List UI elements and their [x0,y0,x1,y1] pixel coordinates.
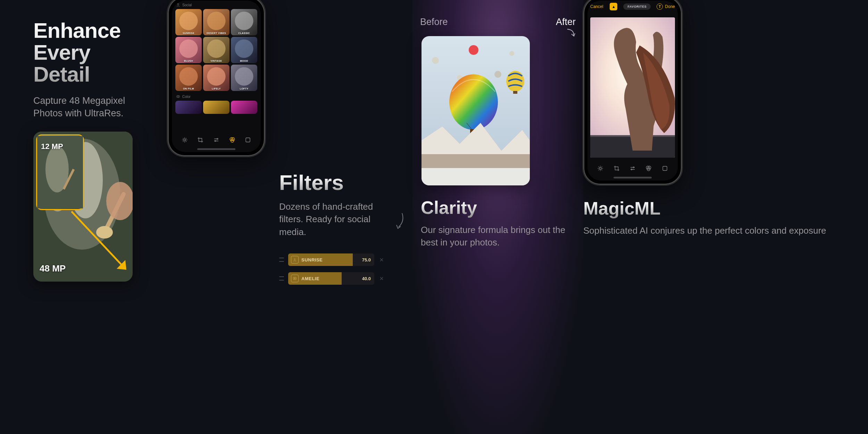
tab-frame-icon[interactable] [661,165,669,172]
phone-screen: Social SUNRISE DESERT VIBES CLASSIC BLUS… [172,1,261,152]
svg-point-16 [207,67,225,86]
tab-crop-icon[interactable] [613,165,620,172]
filter-label: ON FILM [175,87,202,90]
tab-exposure-icon[interactable] [596,165,604,172]
filter-grid-social: SUNRISE DESERT VIBES CLASSIC BLUSH VINTA… [172,8,261,92]
filter-sunrise[interactable]: SUNRISE [175,9,202,35]
done-button[interactable]: Done [665,4,675,9]
app-logo-icon[interactable]: ▲ [610,3,617,10]
remove-slider-button[interactable]: × [378,275,385,283]
svg-point-27 [294,259,295,260]
hero-subtitle: Capture 48 Megapixel Photos with UltraRe… [33,94,156,120]
editor-image [590,17,675,158]
slider-name: SUNRISE [301,257,323,262]
svg-point-46 [631,169,632,170]
tab-crop-icon[interactable] [197,136,204,144]
filter-blush[interactable]: BLUSH [175,37,202,63]
filter-label: MOOD [231,60,257,62]
filter-grid-color [172,99,261,114]
balloon-scene [422,36,530,185]
filter-label: BLUSH [175,60,202,62]
svg-rect-37 [513,91,517,94]
filter-label: CLASSIC [231,32,257,34]
filter-on-film[interactable]: ON FILM [175,65,202,91]
tool-tabs [172,134,261,146]
after-label: After [556,17,576,27]
svg-rect-26 [246,138,250,142]
slider-sunrise[interactable]: SUNRISE 75.0 [288,253,374,266]
thumb-image [203,37,229,63]
portrait-image [590,17,675,158]
tab-adjust-icon[interactable] [629,165,636,172]
drag-handle-icon[interactable] [279,258,284,262]
slider-row-sunrise: SUNRISE 75.0 × [279,253,385,266]
svg-point-35 [509,51,514,56]
thumb-image [203,9,229,35]
filter-color-3[interactable] [231,101,257,114]
slider-value: 75.0 [362,257,371,262]
svg-point-38 [449,74,498,130]
filter-lifely[interactable]: LIFELY [203,65,229,91]
editor-topbar: Cancel ▲ FAVORITES T Done [590,3,675,10]
filter-classic[interactable]: CLASSIC [231,9,257,35]
text-tool-icon[interactable]: T [657,3,663,10]
phone-screen: Cancel ▲ FAVORITES T Done [587,1,678,181]
svg-point-12 [179,40,198,58]
label-12mp: 12 MP [41,142,63,151]
cancel-button[interactable]: Cancel [590,4,603,9]
before-after-labels: Before After [420,17,576,27]
tool-tabs [587,162,678,174]
label-48mp: 48 MP [40,263,66,274]
tab-exposure-icon[interactable] [181,136,189,144]
panel-enhance: Enhance Every Detail Capture 48 Megapixe… [0,0,156,434]
slider-amelie[interactable]: AMELIE 40.0 [288,272,374,285]
clarity-text: Clarity Our signature formula brings out… [421,197,573,249]
thumb-image [203,65,229,91]
svg-marker-29 [294,278,295,279]
thumb-image [231,65,257,91]
svg-point-31 [432,57,439,64]
tab-filters-icon[interactable] [645,165,652,172]
tab-filters-icon[interactable] [228,136,236,144]
svg-point-10 [207,12,225,30]
svg-point-32 [469,45,478,55]
svg-rect-50 [663,166,667,170]
clarity-title: Clarity [421,197,573,218]
filter-desert-vibes[interactable]: DESERT VIBES [203,9,229,35]
filters-title: Filters [279,170,385,195]
tab-frame-icon[interactable] [244,136,252,144]
thumb-image [175,9,202,35]
phone-mockup-editor: Cancel ▲ FAVORITES T Done [583,0,682,185]
filter-vintage[interactable]: VINTAGE [203,37,229,63]
phone-mockup-filters: Social SUNRISE DESERT VIBES CLASSIC BLUS… [168,0,265,156]
magicml-title: MagicML [583,198,854,219]
filter-thumb-icon [291,256,299,264]
panel-filters-text: Filters Dozens of hand-crafted filters. … [277,0,412,434]
drag-handle-icon[interactable] [279,276,284,281]
before-label: Before [420,17,448,27]
svg-point-15 [179,67,198,86]
filter-mood[interactable]: MOOD [231,37,257,63]
section-label: Color [182,95,191,99]
filters-subtitle: Dozens of hand-crafted filters. Ready fo… [279,200,385,238]
filter-label: SUNRISE [175,32,202,34]
svg-point-13 [207,40,225,58]
filter-lofty[interactable]: LOFTY [231,65,257,91]
curved-arrow-icon [395,212,406,230]
favorites-pill[interactable]: FAVORITES [623,3,651,10]
svg-point-20 [184,139,186,141]
remove-slider-button[interactable]: × [378,256,385,264]
home-indicator [197,148,235,150]
thumb-image [231,9,257,35]
svg-point-22 [215,141,216,142]
filter-color-2[interactable] [203,101,229,114]
venn-icon [176,94,180,99]
clarity-after-image [422,36,530,185]
filter-color-1[interactable] [175,101,202,114]
svg-point-44 [599,167,601,169]
tab-adjust-icon[interactable] [212,136,220,144]
svg-point-11 [235,12,253,30]
filter-label: LIFELY [203,87,229,90]
filter-label: DESERT VIBES [203,32,229,34]
filter-label: LOFTY [231,87,257,90]
